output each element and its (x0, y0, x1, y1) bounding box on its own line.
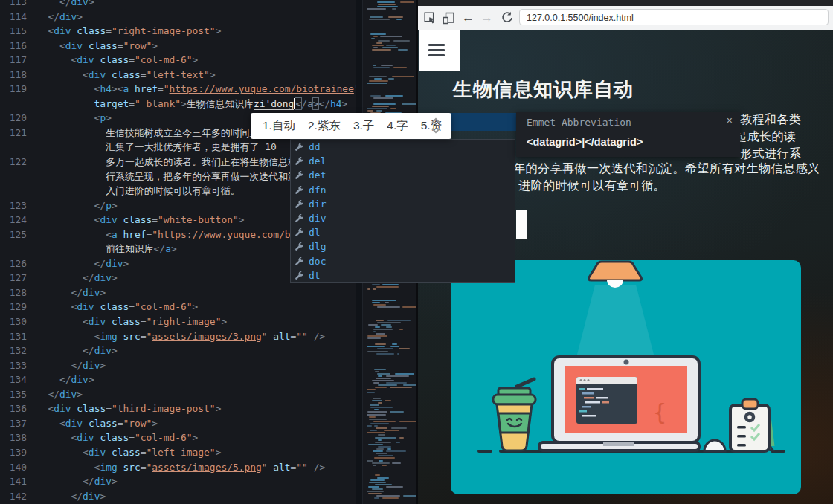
code-line[interactable]: 116 <div class="row"> (0, 39, 362, 54)
line-number: 124 (0, 213, 27, 227)
autocomplete-item[interactable]: det (291, 168, 515, 182)
code-line[interactable]: 134 </div> (0, 372, 362, 387)
line-number: 118 (0, 68, 27, 83)
code-line[interactable]: 140 <img src="assets/images/5.png" alt="… (0, 460, 362, 475)
code-line[interactable]: 132 </div> (0, 343, 362, 358)
autocomplete-item[interactable]: dlg (291, 239, 515, 253)
code-line[interactable]: 142 </div> (0, 489, 362, 504)
emmet-abbreviation-input[interactable]: <datagrid>|</datagrid> (527, 136, 643, 148)
minimap-mark (367, 83, 387, 84)
autocomplete-item[interactable]: div (291, 211, 515, 225)
minimap-mark (376, 427, 387, 429)
minimap-mark (378, 402, 382, 404)
minimap-mark (373, 97, 393, 99)
ime-candidate[interactable]: 4.字 (387, 118, 408, 134)
minimap-mark (374, 497, 379, 499)
code-line[interactable]: 139 <div class="left-image"> (0, 445, 362, 460)
autocomplete-item-label: div (309, 213, 326, 224)
code-line[interactable]: 135 </div> (0, 387, 362, 402)
line-number: 142 (0, 489, 27, 504)
line-number: 141 (0, 474, 27, 489)
code-text: </div> (36, 0, 362, 10)
wrench-icon (295, 199, 309, 209)
autocomplete-item[interactable]: dl (291, 225, 515, 239)
minimap-mark (386, 450, 406, 452)
minimap-mark (377, 6, 398, 7)
code-line[interactable]: 137 <div class="row"> (0, 416, 362, 431)
emmet-abbreviation-panel: Emmet Abbreviation × <datagrid>|</datagr… (516, 112, 740, 157)
minimap-mark (392, 8, 396, 10)
code-line[interactable]: 138 <div class="col-md-6"> (0, 430, 362, 445)
code-line[interactable]: 114 </div> (0, 10, 362, 25)
minimap-mark (378, 375, 382, 377)
line-number: 122 (0, 155, 27, 169)
autocomplete-item[interactable]: doc (291, 254, 515, 268)
code-line[interactable]: target="_blank">生物信息知识库zi'dong</a></h4> (0, 97, 362, 112)
code-text: </div> (36, 285, 362, 300)
code-text: <img src="assets/images/3.png" alt="" /> (36, 329, 362, 344)
ime-divider (422, 117, 422, 135)
ime-page-arrows-icon[interactable] (428, 116, 444, 136)
code-line[interactable]: 128 </div> (0, 285, 362, 300)
inspect-element-icon[interactable] (424, 12, 437, 25)
minimap-mark (376, 286, 399, 288)
code-line[interactable]: 115 <div class="right-image-post"> (0, 24, 362, 39)
autocomplete-item[interactable]: dt (291, 268, 515, 282)
mouse-icon (704, 440, 725, 451)
minimap-mark (385, 95, 403, 97)
menu-button[interactable] (419, 30, 460, 71)
page-title: 生物信息知识库自动 (453, 77, 634, 103)
minimap-mark (391, 427, 407, 429)
device-toggle-icon[interactable] (443, 12, 455, 25)
code-line[interactable]: 113 </div> (0, 0, 362, 10)
autocomplete-item[interactable]: dd (291, 140, 515, 154)
minimap-mark (403, 495, 416, 497)
line-number (0, 140, 27, 155)
url-bar[interactable]: 127.0.0.1:5500/index.html (519, 9, 829, 25)
ime-candidates[interactable]: 1.自动2.紫东3.子4.字5.资 (251, 118, 442, 134)
minimap-mark (377, 322, 401, 323)
minimap-mark (382, 47, 398, 48)
goto-knowledge-base-button[interactable] (516, 210, 527, 239)
line-number: 136 (0, 401, 27, 416)
minimap-mark (390, 108, 396, 109)
autocomplete-item[interactable]: del (291, 154, 515, 168)
line-number: 113 (0, 0, 27, 10)
forward-button[interactable]: → (480, 9, 493, 27)
code-text: <div class="right-image"> (36, 314, 362, 329)
autocomplete-item[interactable]: dir (291, 197, 515, 211)
code-line[interactable]: 131 <img src="assets/images/3.png" alt="… (0, 329, 362, 344)
ime-candidate[interactable]: 1.自动 (263, 118, 295, 134)
minimap-mark (375, 387, 387, 388)
minimap-mark (367, 335, 387, 337)
autocomplete-dropdown[interactable]: dddeldetdfndirdivdldlgdocdt (290, 139, 515, 283)
minimap-mark (374, 457, 395, 459)
code-line[interactable]: 118 <div class="left-text"> (0, 68, 362, 83)
refresh-button[interactable] (501, 11, 513, 24)
back-button[interactable]: ← (462, 9, 475, 27)
close-icon[interactable]: × (727, 114, 733, 126)
minimap-mark (373, 288, 376, 290)
code-line[interactable]: 136 <div class="third-image-post"> (0, 401, 362, 416)
minimap-mark (373, 36, 378, 37)
ime-candidate[interactable]: 2.紫东 (308, 118, 341, 134)
minimap-mark (386, 486, 403, 488)
code-line[interactable]: 133 </div> (0, 358, 362, 373)
autocomplete-item-label: doc (309, 256, 326, 267)
code-line[interactable]: 130 <div class="right-image"> (0, 314, 362, 329)
ime-candidate[interactable]: 3.子 (353, 118, 374, 134)
code-line[interactable]: 129 <div class="col-md-6"> (0, 300, 362, 314)
minimap-mark (402, 306, 416, 308)
minimap-mark (399, 329, 403, 330)
minimap-mark (376, 495, 400, 497)
code-text: <div class="left-text"> (36, 68, 362, 83)
wrench-icon (295, 213, 309, 223)
minimap-mark (375, 326, 380, 328)
minimap-mark (367, 337, 381, 339)
autocomplete-item[interactable]: dfn (291, 183, 515, 197)
minimap-mark (377, 477, 389, 479)
code-line[interactable]: 119 <h4><a href="https://www.yuque.com/b… (0, 82, 362, 97)
code-line[interactable]: 141 </div> (0, 474, 362, 489)
minimap-mark (367, 392, 375, 393)
code-line[interactable]: 117 <div class="col-md-6"> (0, 53, 362, 68)
